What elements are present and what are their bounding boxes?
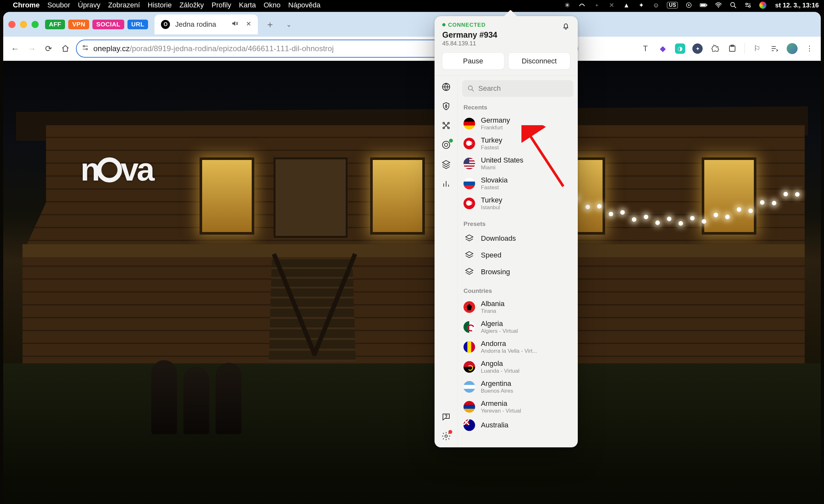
nav-reload-button[interactable]: ⟳ bbox=[42, 42, 55, 55]
rail-help-icon[interactable] bbox=[441, 411, 451, 422]
active-tab[interactable]: O Jedna rodina ✕ bbox=[154, 14, 258, 34]
tab-favicon: O bbox=[161, 20, 170, 29]
rail-stats-icon[interactable] bbox=[441, 178, 451, 189]
menu-okno[interactable]: Okno bbox=[264, 1, 281, 9]
menubar-input-source[interactable]: US bbox=[667, 2, 678, 8]
tabgroup-vpn[interactable]: VPN bbox=[68, 20, 89, 29]
page-content: nva bbox=[3, 61, 821, 504]
ext-teal-icon[interactable]: ◑ bbox=[675, 43, 685, 54]
menubar-app-name[interactable]: Chrome bbox=[13, 1, 39, 9]
menu-soubor[interactable]: Soubor bbox=[47, 1, 70, 9]
recent-item[interactable]: Slovakia Fastest bbox=[462, 174, 573, 193]
close-window-button[interactable] bbox=[8, 21, 15, 28]
country-item[interactable]: Armenia Yerevan - Virtual bbox=[462, 397, 573, 417]
tab-close-icon[interactable]: ✕ bbox=[246, 20, 251, 29]
country-item[interactable]: Australia bbox=[462, 417, 573, 433]
recent-item[interactable]: Turkey Istanbul bbox=[462, 193, 573, 213]
country-name: United States bbox=[481, 156, 523, 165]
tabgroup-url[interactable]: URL bbox=[127, 20, 148, 29]
preset-item[interactable]: Downloads bbox=[462, 230, 573, 247]
nav-home-button[interactable] bbox=[59, 42, 72, 55]
recent-item[interactable]: Turkey Fastest bbox=[462, 133, 573, 154]
tab-mute-icon[interactable] bbox=[231, 20, 238, 29]
preset-icon bbox=[463, 233, 475, 244]
menubar-generic-icon-1[interactable]: ◦ bbox=[593, 1, 601, 9]
rail-globe-icon[interactable] bbox=[441, 81, 451, 92]
recent-item[interactable]: Germany Frankfurt bbox=[462, 114, 573, 133]
notifications-icon[interactable] bbox=[562, 22, 570, 32]
country-item[interactable]: Albania Tirana bbox=[462, 297, 573, 317]
tab-overflow-button[interactable]: ⌄ bbox=[286, 21, 292, 28]
flag-icon bbox=[463, 301, 475, 313]
menubar-siri-icon[interactable] bbox=[759, 1, 767, 9]
ext-flag-icon[interactable]: ⚐ bbox=[752, 43, 762, 54]
fullscreen-window-button[interactable] bbox=[31, 21, 39, 28]
vpn-search-input[interactable] bbox=[478, 84, 568, 93]
vpn-server-name: Germany #934 bbox=[442, 30, 497, 39]
menubar-clock[interactable]: st 12. 3., 13:16 bbox=[775, 2, 819, 9]
vpn-list-panel: Recents Germany Frankfurt Turkey Fastest… bbox=[458, 76, 578, 447]
country-item[interactable]: Angola Luanda - Virtual bbox=[462, 357, 573, 377]
tabgroup-social[interactable]: SOCIAL bbox=[92, 20, 124, 29]
vpn-search[interactable] bbox=[462, 80, 573, 97]
flag-icon bbox=[463, 158, 475, 169]
country-item[interactable]: Andorra Andorra la Vella - Virt... bbox=[462, 337, 573, 357]
menubar-play-icon[interactable] bbox=[685, 1, 693, 9]
rail-layers-icon[interactable] bbox=[441, 159, 451, 170]
ext-text-icon[interactable]: T bbox=[640, 43, 650, 54]
mac-menubar: Chrome Soubor Úpravy Zobrazení Historie … bbox=[0, 0, 824, 10]
minimize-window-button[interactable] bbox=[20, 21, 27, 28]
chrome-menu-icon[interactable]: ⋮ bbox=[805, 43, 815, 54]
flag-icon bbox=[463, 361, 475, 373]
country-name: Angola bbox=[481, 360, 519, 368]
menu-zobrazeni[interactable]: Zobrazení bbox=[108, 1, 140, 9]
rail-target-icon[interactable] bbox=[441, 139, 451, 150]
video-frame[interactable]: nva bbox=[3, 61, 821, 504]
new-tab-button[interactable]: ＋ bbox=[264, 18, 277, 31]
vpn-disconnect-button[interactable]: Disconnect bbox=[509, 53, 571, 70]
preset-item[interactable]: Browsing bbox=[462, 264, 573, 280]
reading-list-icon[interactable] bbox=[769, 43, 780, 54]
ext-slate-icon[interactable]: ✦ bbox=[692, 43, 703, 54]
rail-shield-icon[interactable] bbox=[441, 101, 451, 112]
vpn-pause-button[interactable]: Pause bbox=[442, 53, 504, 70]
nav-forward-button[interactable]: → bbox=[26, 42, 38, 55]
nav-back-button[interactable]: ← bbox=[9, 42, 21, 55]
menu-profily[interactable]: Profily bbox=[211, 1, 231, 9]
site-settings-icon[interactable] bbox=[82, 44, 89, 53]
ext-square-icon[interactable] bbox=[727, 43, 737, 54]
rail-settings-icon[interactable] bbox=[441, 431, 451, 441]
menu-upravy[interactable]: Úpravy bbox=[78, 1, 100, 9]
menu-zalozky[interactable]: Záložky bbox=[179, 1, 204, 9]
menubar-ghost-icon[interactable]: ☺ bbox=[652, 1, 660, 9]
menubar-battery-icon[interactable] bbox=[700, 1, 708, 9]
flag-icon bbox=[463, 401, 475, 413]
menubar-generic-icon-2[interactable]: ✕ bbox=[608, 1, 615, 9]
country-name: Turkey bbox=[481, 136, 502, 144]
flag-icon bbox=[463, 198, 475, 209]
rail-mesh-icon[interactable] bbox=[441, 120, 451, 131]
menubar-wifi-icon[interactable] bbox=[715, 1, 722, 9]
tabgroup-aff[interactable]: AFF bbox=[45, 20, 65, 29]
menubar-control-center-icon[interactable] bbox=[744, 1, 752, 9]
country-item[interactable]: Algeria Algiers - Virtual bbox=[462, 317, 573, 337]
profile-avatar[interactable] bbox=[787, 43, 798, 54]
menubar-bug-icon[interactable]: ✳ bbox=[563, 1, 571, 9]
ext-purple-icon[interactable]: ◆ bbox=[657, 43, 668, 54]
menubar-vpn-icon[interactable] bbox=[578, 1, 586, 9]
menu-karta[interactable]: Karta bbox=[239, 1, 256, 9]
recent-item[interactable]: United States Miami bbox=[462, 154, 573, 174]
menu-napoveda[interactable]: Nápověda bbox=[288, 1, 321, 9]
country-item[interactable]: Argentina Buenos Aires bbox=[462, 377, 573, 397]
country-name: Slovakia bbox=[481, 176, 508, 184]
country-sub: Algiers - Virtual bbox=[481, 328, 518, 334]
extensions-puzzle-icon[interactable] bbox=[710, 43, 720, 54]
menubar-generic-icon-3[interactable]: ▲ bbox=[622, 1, 630, 9]
preset-item[interactable]: Speed bbox=[462, 247, 573, 264]
menu-historie[interactable]: Historie bbox=[148, 1, 172, 9]
menubar-generic-icon-4[interactable]: ✦ bbox=[637, 1, 645, 9]
section-presets: Presets bbox=[463, 220, 572, 227]
vpn-popover: CONNECTED Germany #934 45.84.139.11 Paus… bbox=[434, 16, 578, 447]
tab-title: Jedna rodina bbox=[175, 20, 216, 29]
menubar-search-icon[interactable] bbox=[729, 1, 737, 9]
